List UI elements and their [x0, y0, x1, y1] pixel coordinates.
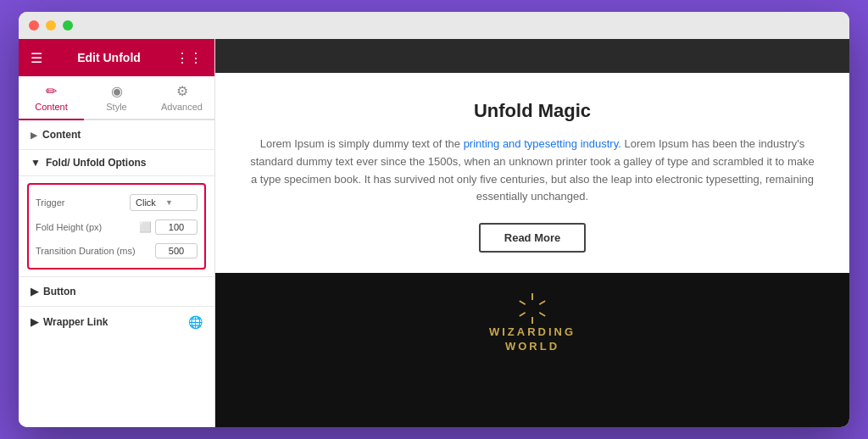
- tab-style[interactable]: ◉ Style: [84, 76, 149, 119]
- content-tab-icon: ✏: [46, 83, 57, 99]
- close-button[interactable]: [29, 20, 39, 31]
- grid-icon[interactable]: ⋮⋮: [175, 50, 203, 66]
- wrapper-chevron-icon: ▶: [31, 316, 38, 328]
- dark-preview-section: WIZARDING WORLD: [215, 273, 849, 427]
- fold-height-row: Fold Height (px) ⬜ 100: [36, 215, 198, 239]
- wrapper-link-section-header[interactable]: ▶ Wrapper Link 🌐: [19, 307, 214, 337]
- wrapper-link-dynamic-icon: 🌐: [188, 315, 203, 329]
- app-window: ☰ Edit Unfold ⋮⋮ ✏ Content ◉ Style ⚙ Adv…: [19, 12, 849, 427]
- preview-card: Unfold Magic Lorem Ipsum is simply dummy…: [215, 73, 849, 273]
- fold-unfold-label: Fold/ Unfold Options: [46, 157, 147, 169]
- style-tab-label: Style: [106, 102, 126, 112]
- svg-line-10: [520, 311, 526, 318]
- trigger-value: Click: [136, 197, 162, 208]
- fold-height-label: Fold Height (px): [36, 222, 139, 232]
- trigger-select[interactable]: Click ▼: [130, 194, 198, 211]
- main-content: ☰ Edit Unfold ⋮⋮ ✏ Content ◉ Style ⚙ Adv…: [19, 39, 849, 427]
- svg-line-7: [539, 299, 545, 306]
- advanced-tab-label: Advanced: [161, 102, 203, 112]
- content-chevron-icon: ▶: [31, 131, 37, 140]
- button-chevron-icon: ▶: [31, 286, 38, 297]
- fold-unfold-section: ▼ Fold/ Unfold Options Trigger Click ▼: [19, 150, 214, 277]
- content-section-label: Content: [42, 129, 81, 141]
- style-tab-icon: ◉: [111, 83, 123, 99]
- highlight-text: printing and typesetting industry.: [464, 137, 621, 150]
- titlebar: [19, 12, 849, 39]
- fold-chevron-icon: ▼: [31, 157, 41, 169]
- trigger-label: Trigger: [36, 197, 130, 208]
- content-section: ▶ Content: [19, 120, 214, 150]
- content-section-header[interactable]: ▶ Content: [19, 120, 214, 149]
- hamburger-icon[interactable]: ☰: [31, 50, 42, 66]
- sidebar: ☰ Edit Unfold ⋮⋮ ✏ Content ◉ Style ⚙ Adv…: [19, 39, 215, 427]
- wizarding-logo: WIZARDING WORLD: [489, 290, 576, 353]
- tab-content[interactable]: ✏ Content: [19, 76, 84, 120]
- transition-value[interactable]: 500: [155, 243, 198, 258]
- fold-height-icon: ⬜: [139, 221, 152, 233]
- transition-label: Transition Duration (ms): [36, 246, 155, 256]
- preview-body: Lorem Ipsum is simply dummy text of the …: [249, 136, 815, 206]
- trigger-row: Trigger Click ▼: [36, 190, 198, 215]
- sidebar-title: Edit Unfold: [77, 51, 141, 64]
- button-section-label: Button: [43, 286, 76, 297]
- sidebar-tabs: ✏ Content ◉ Style ⚙ Advanced: [19, 76, 214, 120]
- top-bar: [215, 39, 849, 73]
- read-more-button[interactable]: Read More: [479, 223, 586, 253]
- minimize-button[interactable]: [46, 20, 56, 31]
- content-tab-label: Content: [35, 102, 68, 112]
- wrapper-link-label: Wrapper Link: [43, 316, 108, 328]
- world-text: WORLD: [505, 340, 559, 353]
- fold-unfold-header[interactable]: ▼ Fold/ Unfold Options: [19, 150, 214, 176]
- sidebar-header: ☰ Edit Unfold ⋮⋮: [19, 39, 214, 76]
- sun-rays-icon: [511, 290, 554, 324]
- maximize-button[interactable]: [63, 20, 73, 31]
- advanced-tab-icon: ⚙: [176, 83, 188, 99]
- content-area: Unfold Magic Lorem Ipsum is simply dummy…: [215, 39, 849, 427]
- preview-title: Unfold Magic: [474, 100, 591, 122]
- tab-advanced[interactable]: ⚙ Advanced: [149, 76, 214, 119]
- wizarding-text: WIZARDING: [489, 325, 576, 338]
- button-section-header[interactable]: ▶ Button: [19, 277, 214, 307]
- trigger-arrow-icon: ▼: [165, 198, 192, 207]
- fold-height-value[interactable]: 100: [155, 220, 198, 235]
- svg-line-11: [520, 299, 526, 306]
- fold-options-box: Trigger Click ▼ Fold Height (px) ⬜ 100: [27, 183, 206, 270]
- svg-line-8: [539, 311, 545, 318]
- transition-row: Transition Duration (ms) 500: [36, 239, 198, 263]
